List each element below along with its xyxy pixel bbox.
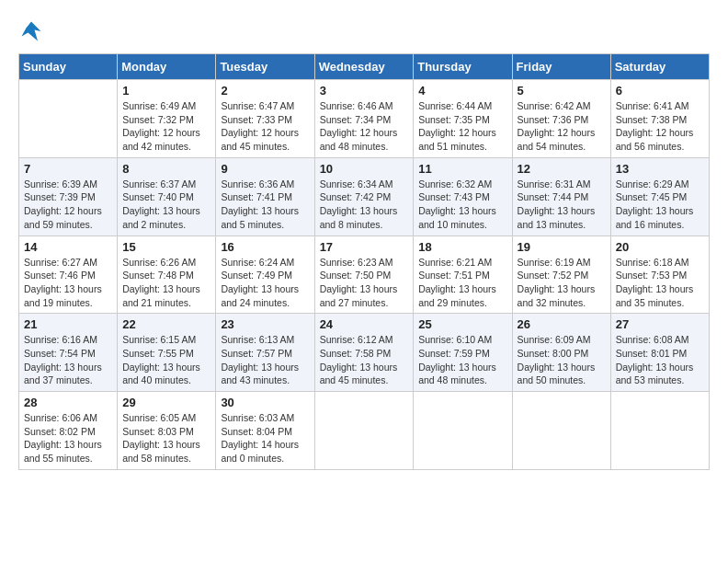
day-info: Sunrise: 6:05 AM Sunset: 8:03 PM Dayligh… (122, 411, 210, 465)
day-info: Sunrise: 6:24 AM Sunset: 7:49 PM Dayligh… (221, 256, 309, 310)
day-number: 6 (616, 84, 704, 98)
calendar-table: SundayMondayTuesdayWednesdayThursdayFrid… (18, 53, 710, 470)
calendar-cell: 4Sunrise: 6:44 AM Sunset: 7:35 PM Daylig… (414, 80, 512, 158)
calendar-cell: 8Sunrise: 6:37 AM Sunset: 7:40 PM Daylig… (118, 157, 216, 236)
day-info: Sunrise: 6:37 AM Sunset: 7:40 PM Dayligh… (122, 178, 210, 232)
calendar-cell: 26Sunrise: 6:09 AM Sunset: 8:00 PM Dayli… (512, 314, 610, 392)
page-header (18, 18, 710, 44)
calendar-cell: 5Sunrise: 6:42 AM Sunset: 7:36 PM Daylig… (512, 80, 610, 158)
weekday-header-saturday: Saturday (610, 54, 709, 80)
svg-marker-0 (22, 22, 41, 41)
calendar-cell: 12Sunrise: 6:31 AM Sunset: 7:44 PM Dayli… (512, 157, 610, 236)
day-number: 7 (24, 162, 112, 176)
weekday-header-friday: Friday (512, 54, 610, 80)
calendar-cell (314, 392, 414, 470)
day-info: Sunrise: 6:31 AM Sunset: 7:44 PM Dayligh… (518, 178, 606, 232)
day-number: 30 (221, 396, 309, 409)
calendar-cell: 1Sunrise: 6:49 AM Sunset: 7:32 PM Daylig… (118, 80, 216, 158)
calendar-week-row: 7Sunrise: 6:39 AM Sunset: 7:39 PM Daylig… (19, 157, 710, 236)
day-number: 20 (616, 240, 704, 254)
day-info: Sunrise: 6:12 AM Sunset: 7:58 PM Dayligh… (320, 333, 409, 387)
day-number: 13 (616, 162, 704, 176)
day-info: Sunrise: 6:03 AM Sunset: 8:04 PM Dayligh… (221, 411, 309, 465)
calendar-cell (610, 392, 709, 470)
weekday-header-row: SundayMondayTuesdayWednesdayThursdayFrid… (19, 54, 710, 80)
calendar-cell: 22Sunrise: 6:15 AM Sunset: 7:55 PM Dayli… (118, 314, 216, 392)
day-info: Sunrise: 6:44 AM Sunset: 7:35 PM Dayligh… (418, 99, 506, 154)
day-number: 1 (122, 84, 210, 98)
day-number: 8 (122, 162, 210, 176)
day-info: Sunrise: 6:42 AM Sunset: 7:36 PM Dayligh… (518, 99, 606, 154)
calendar-cell: 29Sunrise: 6:05 AM Sunset: 8:03 PM Dayli… (118, 392, 216, 470)
day-info: Sunrise: 6:08 AM Sunset: 8:01 PM Dayligh… (616, 333, 704, 387)
day-number: 24 (320, 317, 409, 331)
day-info: Sunrise: 6:19 AM Sunset: 7:52 PM Dayligh… (518, 256, 606, 310)
calendar-cell: 18Sunrise: 6:21 AM Sunset: 7:51 PM Dayli… (414, 236, 512, 314)
day-info: Sunrise: 6:06 AM Sunset: 8:02 PM Dayligh… (24, 411, 112, 465)
calendar-cell: 28Sunrise: 6:06 AM Sunset: 8:02 PM Dayli… (19, 392, 118, 470)
calendar-cell: 11Sunrise: 6:32 AM Sunset: 7:43 PM Dayli… (414, 157, 512, 236)
day-number: 28 (24, 396, 112, 409)
day-number: 4 (418, 84, 506, 98)
weekday-header-tuesday: Tuesday (216, 54, 314, 80)
calendar-cell: 21Sunrise: 6:16 AM Sunset: 7:54 PM Dayli… (19, 314, 118, 392)
day-number: 21 (24, 317, 112, 331)
day-number: 23 (221, 317, 309, 331)
day-info: Sunrise: 6:32 AM Sunset: 7:43 PM Dayligh… (418, 178, 506, 232)
day-number: 2 (221, 84, 309, 98)
day-info: Sunrise: 6:18 AM Sunset: 7:53 PM Dayligh… (616, 256, 704, 310)
calendar-cell: 17Sunrise: 6:23 AM Sunset: 7:50 PM Dayli… (314, 236, 414, 314)
calendar-cell: 13Sunrise: 6:29 AM Sunset: 7:45 PM Dayli… (610, 157, 709, 236)
day-number: 15 (122, 240, 210, 254)
day-number: 5 (518, 84, 606, 98)
day-info: Sunrise: 6:13 AM Sunset: 7:57 PM Dayligh… (221, 333, 309, 387)
calendar-cell: 30Sunrise: 6:03 AM Sunset: 8:04 PM Dayli… (216, 392, 314, 470)
day-info: Sunrise: 6:46 AM Sunset: 7:34 PM Dayligh… (320, 99, 409, 154)
calendar-week-row: 28Sunrise: 6:06 AM Sunset: 8:02 PM Dayli… (19, 392, 710, 470)
day-info: Sunrise: 6:34 AM Sunset: 7:42 PM Dayligh… (320, 178, 409, 232)
day-info: Sunrise: 6:47 AM Sunset: 7:33 PM Dayligh… (221, 99, 309, 154)
day-number: 11 (418, 162, 506, 176)
day-info: Sunrise: 6:21 AM Sunset: 7:51 PM Dayligh… (418, 256, 506, 310)
day-info: Sunrise: 6:39 AM Sunset: 7:39 PM Dayligh… (24, 178, 112, 232)
day-number: 3 (320, 84, 409, 98)
calendar-cell: 25Sunrise: 6:10 AM Sunset: 7:59 PM Dayli… (414, 314, 512, 392)
calendar-cell: 3Sunrise: 6:46 AM Sunset: 7:34 PM Daylig… (314, 80, 414, 158)
day-number: 22 (122, 317, 210, 331)
calendar-cell: 10Sunrise: 6:34 AM Sunset: 7:42 PM Dayli… (314, 157, 414, 236)
day-number: 19 (518, 240, 606, 254)
weekday-header-monday: Monday (118, 54, 216, 80)
calendar-week-row: 1Sunrise: 6:49 AM Sunset: 7:32 PM Daylig… (19, 80, 710, 158)
day-number: 9 (221, 162, 309, 176)
calendar-cell (19, 80, 118, 158)
day-number: 27 (616, 317, 704, 331)
day-info: Sunrise: 6:41 AM Sunset: 7:38 PM Dayligh… (616, 99, 704, 154)
day-number: 26 (518, 317, 606, 331)
calendar-cell: 15Sunrise: 6:26 AM Sunset: 7:48 PM Dayli… (118, 236, 216, 314)
weekday-header-sunday: Sunday (19, 54, 118, 80)
day-info: Sunrise: 6:10 AM Sunset: 7:59 PM Dayligh… (418, 333, 506, 387)
calendar-cell: 9Sunrise: 6:36 AM Sunset: 7:41 PM Daylig… (216, 157, 314, 236)
day-info: Sunrise: 6:49 AM Sunset: 7:32 PM Dayligh… (122, 99, 210, 154)
logo (18, 18, 48, 44)
weekday-header-thursday: Thursday (414, 54, 512, 80)
day-info: Sunrise: 6:27 AM Sunset: 7:46 PM Dayligh… (24, 256, 112, 310)
day-info: Sunrise: 6:15 AM Sunset: 7:55 PM Dayligh… (122, 333, 210, 387)
calendar-cell: 2Sunrise: 6:47 AM Sunset: 7:33 PM Daylig… (216, 80, 314, 158)
day-number: 29 (122, 396, 210, 409)
day-number: 14 (24, 240, 112, 254)
day-number: 17 (320, 240, 409, 254)
calendar-cell: 27Sunrise: 6:08 AM Sunset: 8:01 PM Dayli… (610, 314, 709, 392)
calendar-cell: 20Sunrise: 6:18 AM Sunset: 7:53 PM Dayli… (610, 236, 709, 314)
logo-icon (18, 18, 44, 44)
day-number: 18 (418, 240, 506, 254)
calendar-cell: 24Sunrise: 6:12 AM Sunset: 7:58 PM Dayli… (314, 314, 414, 392)
day-info: Sunrise: 6:26 AM Sunset: 7:48 PM Dayligh… (122, 256, 210, 310)
day-number: 25 (418, 317, 506, 331)
weekday-header-wednesday: Wednesday (314, 54, 414, 80)
calendar-cell: 7Sunrise: 6:39 AM Sunset: 7:39 PM Daylig… (19, 157, 118, 236)
day-info: Sunrise: 6:09 AM Sunset: 8:00 PM Dayligh… (518, 333, 606, 387)
calendar-week-row: 14Sunrise: 6:27 AM Sunset: 7:46 PM Dayli… (19, 236, 710, 314)
day-info: Sunrise: 6:36 AM Sunset: 7:41 PM Dayligh… (221, 178, 309, 232)
calendar-cell: 14Sunrise: 6:27 AM Sunset: 7:46 PM Dayli… (19, 236, 118, 314)
